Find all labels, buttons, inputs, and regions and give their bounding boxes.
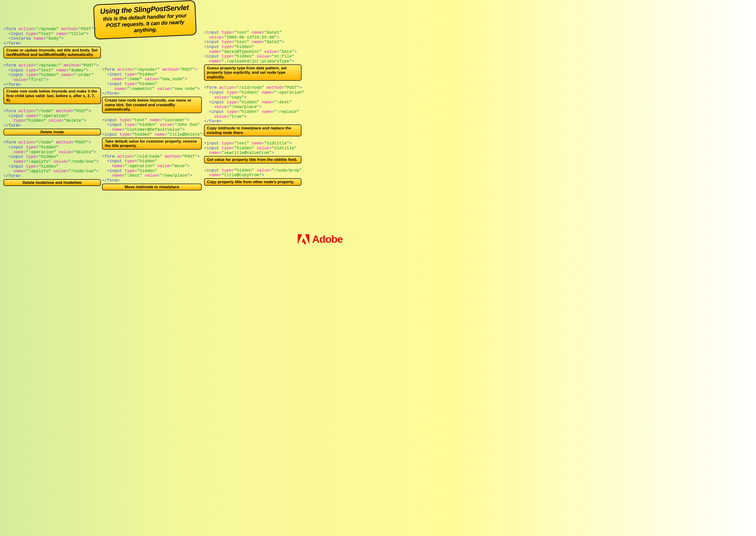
code-snippet: <form action="/old/node" method="POST"> … bbox=[102, 154, 202, 183]
explanation-note: Get value for property title from the ol… bbox=[204, 156, 301, 163]
code-snippet: <form action="/node" method="POST"> <inp… bbox=[4, 109, 101, 128]
example-block: <input type="hidden" value="/node/prop" … bbox=[204, 168, 301, 186]
example-block: <form action="/mynode/" method="POST"> <… bbox=[102, 67, 202, 113]
code-snippet: <form action="/mynode" method="POST"> <i… bbox=[4, 27, 101, 46]
explanation-note: Create new node below /mynode, use name … bbox=[102, 97, 202, 113]
adobe-logo-text: Adobe bbox=[312, 233, 343, 245]
code-snippet: <form action="/mynode/" method="POST"> <… bbox=[102, 67, 202, 96]
example-block: <form action="/mynode/" method="POST"> <… bbox=[4, 63, 101, 104]
code-snippet: <input type="text" name="oldtitle"><inpu… bbox=[204, 141, 301, 155]
column-1: <form action="/mynode" method="POST"> <i… bbox=[4, 27, 101, 190]
title-card: Using the SlingPostServlet this is the d… bbox=[93, 0, 197, 39]
example-block: <form action="/mynode" method="POST"> <i… bbox=[4, 27, 101, 58]
code-snippet: <form action="/node" method="POST"> <inp… bbox=[4, 140, 101, 179]
explanation-note: Delete /node bbox=[4, 129, 101, 136]
example-block: <input type="text" name="oldtitle"><inpu… bbox=[204, 141, 301, 163]
adobe-logo: Adobe bbox=[298, 233, 343, 245]
example-block: <input type="text" name="date1" value="2… bbox=[204, 30, 301, 81]
example-block: <form action="/node" method="POST"> <inp… bbox=[4, 140, 101, 186]
explanation-note: Move /old/node to /new/place bbox=[102, 184, 202, 190]
explanation-note: Create or update /mynode, set title and … bbox=[4, 47, 101, 58]
example-block: <form action="/old/node" method="POST"> … bbox=[102, 154, 202, 190]
adobe-icon bbox=[298, 234, 309, 244]
explanation-note: Copy property title from other node's pr… bbox=[204, 178, 301, 186]
explanation-note: Copy /old/node to /new/place and replace… bbox=[204, 124, 301, 136]
example-block: <form action="/old/node" method="POST"> … bbox=[204, 85, 301, 136]
code-snippet: <input type="text" name="customer"> <inp… bbox=[102, 118, 202, 137]
title-sub: this is the default handler for your POS… bbox=[99, 12, 190, 35]
explanation-note: Take default value for customer property… bbox=[102, 138, 202, 150]
explanation-note: Create new node below /mynode and make i… bbox=[4, 88, 101, 104]
explanation-note: Guess property type from date pattern, s… bbox=[204, 64, 301, 81]
column-2: <form action="/mynode/" method="POST"> <… bbox=[102, 67, 202, 195]
example-block: <input type="text" name="customer"> <inp… bbox=[102, 118, 202, 150]
code-snippet: <input type="text" name="date1" value="2… bbox=[204, 30, 301, 64]
example-block: <form action="/node" method="POST"> <inp… bbox=[4, 109, 101, 135]
column-3: <input type="text" name="date1" value="2… bbox=[204, 30, 301, 190]
code-snippet: <input type="hidden" value="/node/prop" … bbox=[204, 168, 301, 178]
code-snippet: <form action="/mynode/" method="POST"> <… bbox=[4, 63, 101, 87]
code-snippet: <form action="/old/node" method="POST"> … bbox=[204, 85, 301, 124]
explanation-note: Delete /node/one and /node/two bbox=[4, 179, 101, 186]
